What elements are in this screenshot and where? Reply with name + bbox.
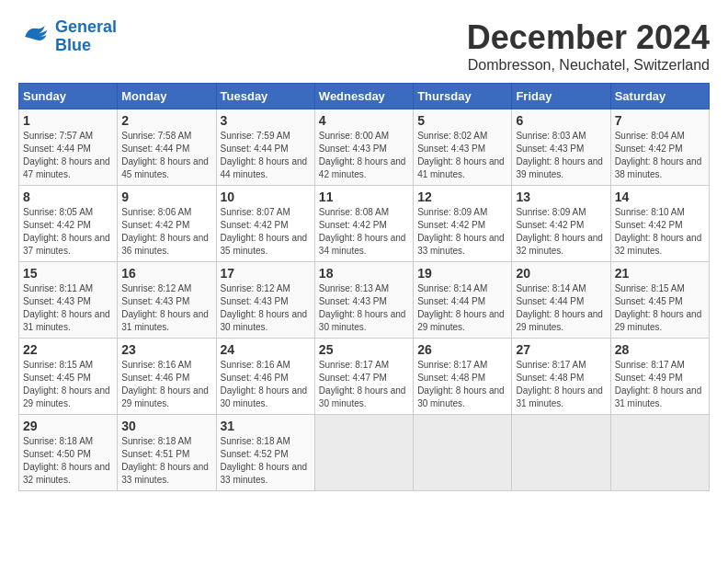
table-row: 7 Sunrise: 8:04 AM Sunset: 4:42 PM Dayli… [610, 109, 709, 186]
day-info: Sunrise: 8:09 AM Sunset: 4:42 PM Dayligh… [417, 206, 507, 258]
day-info: Sunrise: 8:04 AM Sunset: 4:42 PM Dayligh… [615, 130, 705, 181]
logo-line1: General [55, 17, 117, 36]
table-row: 27 Sunrise: 8:17 AM Sunset: 4:48 PM Dayl… [512, 339, 610, 415]
day-number: 19 [417, 266, 507, 281]
day-number: 30 [121, 419, 211, 433]
month-title: December 2024 [467, 18, 710, 57]
day-info: Sunrise: 8:15 AM Sunset: 4:45 PM Dayligh… [615, 282, 705, 334]
day-info: Sunrise: 8:00 AM Sunset: 4:43 PM Dayligh… [319, 130, 409, 181]
day-info: Sunrise: 8:10 AM Sunset: 4:42 PM Dayligh… [615, 206, 705, 258]
table-row: 4 Sunrise: 8:00 AM Sunset: 4:43 PM Dayli… [314, 109, 413, 186]
day-info: Sunrise: 8:11 AM Sunset: 4:43 PM Dayligh… [23, 282, 113, 334]
header-sunday: Sunday [19, 84, 118, 109]
table-row: 22 Sunrise: 8:15 AM Sunset: 4:45 PM Dayl… [19, 339, 118, 415]
logo-icon [18, 20, 51, 53]
calendar-week-row: 8 Sunrise: 8:05 AM Sunset: 4:42 PM Dayli… [19, 186, 710, 262]
table-row [414, 415, 512, 491]
table-row: 28 Sunrise: 8:17 AM Sunset: 4:49 PM Dayl… [610, 339, 709, 415]
table-row [512, 415, 610, 491]
header-tuesday: Tuesday [216, 84, 314, 109]
table-row: 5 Sunrise: 8:02 AM Sunset: 4:43 PM Dayli… [414, 109, 512, 186]
day-number: 9 [121, 190, 211, 204]
day-info: Sunrise: 8:18 AM Sunset: 4:51 PM Dayligh… [121, 435, 211, 487]
table-row [314, 415, 413, 491]
day-number: 23 [121, 342, 211, 357]
day-info: Sunrise: 8:06 AM Sunset: 4:42 PM Dayligh… [121, 206, 211, 258]
header-thursday: Thursday [414, 84, 512, 109]
day-number: 31 [221, 419, 311, 433]
day-number: 15 [23, 266, 113, 281]
day-number: 28 [615, 342, 705, 357]
day-number: 11 [319, 190, 409, 204]
day-info: Sunrise: 8:17 AM Sunset: 4:49 PM Dayligh… [615, 359, 705, 410]
day-number: 10 [221, 190, 311, 204]
day-info: Sunrise: 8:14 AM Sunset: 4:44 PM Dayligh… [417, 282, 507, 334]
day-info: Sunrise: 8:18 AM Sunset: 4:52 PM Dayligh… [221, 435, 311, 487]
day-info: Sunrise: 8:08 AM Sunset: 4:42 PM Dayligh… [319, 206, 409, 258]
day-info: Sunrise: 8:12 AM Sunset: 4:43 PM Dayligh… [121, 282, 211, 334]
day-info: Sunrise: 7:59 AM Sunset: 4:44 PM Dayligh… [221, 130, 311, 181]
day-number: 13 [516, 190, 606, 204]
day-number: 5 [417, 113, 507, 128]
day-number: 1 [23, 113, 113, 128]
table-row: 21 Sunrise: 8:15 AM Sunset: 4:45 PM Dayl… [610, 262, 709, 339]
day-number: 25 [319, 342, 409, 357]
day-info: Sunrise: 8:07 AM Sunset: 4:42 PM Dayligh… [221, 206, 311, 258]
day-number: 22 [23, 342, 113, 357]
day-number: 4 [319, 113, 409, 128]
day-info: Sunrise: 8:17 AM Sunset: 4:48 PM Dayligh… [516, 359, 606, 410]
day-info: Sunrise: 8:16 AM Sunset: 4:46 PM Dayligh… [121, 359, 211, 410]
calendar-week-row: 29 Sunrise: 8:18 AM Sunset: 4:50 PM Dayl… [19, 415, 710, 491]
day-info: Sunrise: 8:02 AM Sunset: 4:43 PM Dayligh… [417, 130, 507, 181]
table-row: 24 Sunrise: 8:16 AM Sunset: 4:46 PM Dayl… [216, 339, 314, 415]
table-row: 17 Sunrise: 8:12 AM Sunset: 4:43 PM Dayl… [216, 262, 314, 339]
table-row: 15 Sunrise: 8:11 AM Sunset: 4:43 PM Dayl… [19, 262, 118, 339]
day-info: Sunrise: 8:09 AM Sunset: 4:42 PM Dayligh… [516, 206, 606, 258]
day-number: 26 [417, 342, 507, 357]
day-number: 7 [615, 113, 705, 128]
calendar-week-row: 1 Sunrise: 7:57 AM Sunset: 4:44 PM Dayli… [19, 109, 710, 186]
day-number: 8 [23, 190, 113, 204]
table-row: 30 Sunrise: 8:18 AM Sunset: 4:51 PM Dayl… [118, 415, 216, 491]
table-row: 29 Sunrise: 8:18 AM Sunset: 4:50 PM Dayl… [19, 415, 118, 491]
title-block: December 2024 Dombresson, Neuchatel, Swi… [467, 18, 710, 74]
day-info: Sunrise: 7:57 AM Sunset: 4:44 PM Dayligh… [23, 130, 113, 181]
day-number: 29 [23, 419, 113, 433]
table-row: 8 Sunrise: 8:05 AM Sunset: 4:42 PM Dayli… [19, 186, 118, 262]
day-info: Sunrise: 7:58 AM Sunset: 4:44 PM Dayligh… [121, 130, 211, 181]
table-row [610, 415, 709, 491]
table-row: 18 Sunrise: 8:13 AM Sunset: 4:43 PM Dayl… [314, 262, 413, 339]
calendar-week-row: 22 Sunrise: 8:15 AM Sunset: 4:45 PM Dayl… [19, 339, 710, 415]
logo-line2: Blue [55, 36, 91, 54]
table-row: 26 Sunrise: 8:17 AM Sunset: 4:48 PM Dayl… [414, 339, 512, 415]
logo: General Blue [18, 18, 117, 55]
header-wednesday: Wednesday [314, 84, 413, 109]
day-info: Sunrise: 8:03 AM Sunset: 4:43 PM Dayligh… [516, 130, 606, 181]
table-row: 11 Sunrise: 8:08 AM Sunset: 4:42 PM Dayl… [314, 186, 413, 262]
header-friday: Friday [512, 84, 610, 109]
header-saturday: Saturday [610, 84, 709, 109]
day-info: Sunrise: 8:14 AM Sunset: 4:44 PM Dayligh… [516, 282, 606, 334]
day-info: Sunrise: 8:15 AM Sunset: 4:45 PM Dayligh… [23, 359, 113, 410]
day-info: Sunrise: 8:17 AM Sunset: 4:48 PM Dayligh… [417, 359, 507, 410]
day-number: 14 [615, 190, 705, 204]
table-row: 14 Sunrise: 8:10 AM Sunset: 4:42 PM Dayl… [610, 186, 709, 262]
day-number: 2 [121, 113, 211, 128]
day-number: 12 [417, 190, 507, 204]
day-info: Sunrise: 8:12 AM Sunset: 4:43 PM Dayligh… [221, 282, 311, 334]
calendar-header-row: Sunday Monday Tuesday Wednesday Thursday… [19, 84, 710, 109]
day-number: 20 [516, 266, 606, 281]
day-number: 24 [221, 342, 311, 357]
day-number: 3 [221, 113, 311, 128]
day-info: Sunrise: 8:17 AM Sunset: 4:47 PM Dayligh… [319, 359, 409, 410]
table-row: 19 Sunrise: 8:14 AM Sunset: 4:44 PM Dayl… [414, 262, 512, 339]
calendar-week-row: 15 Sunrise: 8:11 AM Sunset: 4:43 PM Dayl… [19, 262, 710, 339]
day-info: Sunrise: 8:16 AM Sunset: 4:46 PM Dayligh… [221, 359, 311, 410]
location-title: Dombresson, Neuchatel, Switzerland [467, 57, 710, 74]
day-number: 27 [516, 342, 606, 357]
day-info: Sunrise: 8:05 AM Sunset: 4:42 PM Dayligh… [23, 206, 113, 258]
day-number: 16 [121, 266, 211, 281]
table-row: 1 Sunrise: 7:57 AM Sunset: 4:44 PM Dayli… [19, 109, 118, 186]
table-row: 10 Sunrise: 8:07 AM Sunset: 4:42 PM Dayl… [216, 186, 314, 262]
table-row: 6 Sunrise: 8:03 AM Sunset: 4:43 PM Dayli… [512, 109, 610, 186]
